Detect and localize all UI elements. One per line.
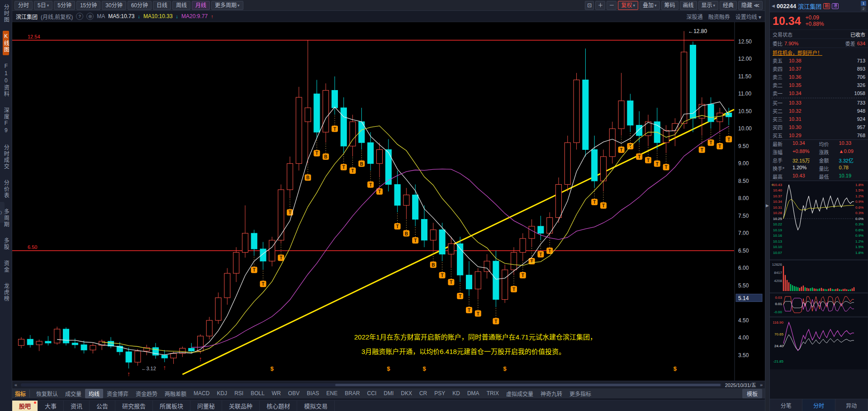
ask-row-2[interactable]: 卖二10.35326 [770, 81, 868, 89]
ask-row-5[interactable]: 卖五10.38713 [770, 57, 868, 65]
bid-row-5[interactable]: 买五10.29768 [770, 131, 868, 139]
tab-related[interactable]: 关联品种 [222, 401, 260, 411]
tab-core-themes[interactable]: 核心题材 [260, 401, 297, 411]
tab-events[interactable]: 大事 [38, 401, 64, 411]
scroll-thumb[interactable] [335, 384, 721, 386]
indicator-trix[interactable]: TRIX [483, 389, 503, 397]
tab-sim-trading[interactable]: 模拟交易 [297, 401, 335, 411]
shenzhen-connect-link[interactable]: 深股通 [687, 13, 703, 20]
oscillator-chart-1[interactable]: 0.030.01-0.00 [770, 293, 868, 317]
chips-button[interactable]: 筹码 [661, 1, 678, 10]
adjust-price-button[interactable]: 复权▾ [618, 1, 638, 10]
period-30min[interactable]: 30分钟 [102, 1, 126, 10]
bid-row-3[interactable]: 买三10.31924 [770, 115, 868, 123]
period-monthly[interactable]: 月线 [192, 1, 210, 10]
indicator-kdj[interactable]: KDJ [213, 389, 231, 397]
tab-research[interactable]: 研究报告 [115, 401, 153, 411]
indicator-dma[interactable]: DMA [464, 389, 483, 397]
margin-trading-link[interactable]: 融资融券 [708, 13, 730, 20]
indicator-reset[interactable]: 恢复默认 [33, 389, 62, 398]
bid-row-1[interactable]: 买一10.33733 [770, 99, 868, 107]
intraday-mini-chart[interactable]: 10.431.8%10.401.5%10.371.2%10.340.9%10.3… [770, 181, 868, 260]
tab-ask-secretary[interactable]: 问董秘 [190, 401, 222, 411]
intraday-volume-chart[interactable]: 1262684174208 [770, 260, 868, 293]
sidebar-item-f10[interactable]: F10资料 [3, 61, 9, 100]
ma-settings-link[interactable]: 设置均线 ▾ [735, 13, 761, 20]
indicator-volume[interactable]: 成交量 [62, 389, 85, 398]
bid-row-4[interactable]: 买四10.30957 [770, 123, 868, 131]
kline-canvas[interactable]: 12.5012.0011.5011.0010.5010.009.509.008.… [12, 22, 765, 381]
sidebar-item-tick-trades[interactable]: 分时成交 [3, 142, 9, 172]
zoom-out-icon[interactable]: － [607, 1, 617, 10]
indicator-psy[interactable]: PSY [431, 389, 449, 397]
period-daily[interactable]: 日线 [153, 1, 171, 10]
indicator-dkx[interactable]: DKX [397, 389, 416, 397]
indicator-boll[interactable]: BOLL [247, 389, 268, 397]
open-account-ad-link[interactable]: 抓住机会，即刻开户！ [770, 48, 868, 57]
scroll-track[interactable] [21, 383, 721, 387]
period-15min[interactable]: 15分钟 [76, 1, 100, 10]
indicator-rsi[interactable]: RSI [231, 389, 247, 397]
pager-1[interactable]: 1 [861, 1, 866, 6]
indicator-cci[interactable]: CCI [364, 389, 380, 397]
ask-row-3[interactable]: 卖三10.36706 [770, 73, 868, 81]
classic-button[interactable]: 经典 [720, 1, 737, 10]
panel-collapse-icon[interactable]: ◀ [772, 4, 775, 8]
indicator-virtual-volume[interactable]: 虚拟成交量 [503, 389, 537, 398]
tab-sectors[interactable]: 所属板块 [153, 401, 190, 411]
scroll-right-icon[interactable]: » [760, 382, 763, 387]
snapshot-icon[interactable]: ◎ [86, 13, 94, 20]
sidebar-item-kline[interactable]: K线图 [3, 31, 9, 55]
indicator-brar[interactable]: BRAR [341, 389, 363, 397]
sidebar-item-multi-stock[interactable]: 多股 [3, 235, 9, 253]
oscillator-chart-2[interactable]: 116.9070.6524.40-21.85 [770, 317, 868, 370]
sidebar-item-depth-f9[interactable]: 深度F9 [3, 105, 9, 137]
zoom-in-icon[interactable]: ＋ [595, 1, 605, 10]
period-5min[interactable]: 5分钟 [54, 1, 75, 10]
panel-tab-timeshare[interactable]: 分时 [802, 399, 835, 411]
panel-expand-toggle[interactable]: ▶ [765, 0, 769, 411]
panel-tab-movement[interactable]: 异动 [835, 399, 868, 411]
period-more[interactable]: 更多周期▾ [211, 1, 243, 10]
indicator-wr[interactable]: WR [268, 389, 285, 397]
indicator-obv[interactable]: OBV [285, 389, 303, 397]
ask-row-1[interactable]: 卖一10.341058 [770, 89, 868, 97]
overlay-button[interactable]: 叠加▾ [640, 1, 660, 10]
layout-grid-icon[interactable]: ⊡ [585, 1, 594, 10]
display-button[interactable]: 显示▾ [698, 1, 719, 10]
sidebar-expander-icon[interactable]: 〉 [0, 202, 5, 223]
indicator-fund-battle[interactable]: 资金博弈 [103, 389, 132, 398]
indicator-kd[interactable]: KD [449, 389, 464, 397]
sidebar-item-timeshare[interactable]: 分时图 [3, 2, 9, 25]
period-weekly[interactable]: 周线 [172, 1, 190, 10]
tab-guba[interactable]: 股吧 [12, 401, 38, 411]
period-5day[interactable]: 5日▾ [34, 1, 52, 10]
indicator-template-button[interactable]: 模板 [742, 389, 762, 398]
sidebar-item-dragon-tiger[interactable]: 龙虎榜 [3, 281, 9, 304]
period-timeshare[interactable]: 分时 [14, 1, 33, 10]
scroll-left-icon[interactable]: « [14, 382, 17, 387]
hide-button[interactable]: 隐藏 ≪ [738, 1, 763, 10]
indicator-cr[interactable]: CR [416, 389, 431, 397]
indicator-more[interactable]: 更多指标 [566, 389, 595, 398]
draw-line-button[interactable]: 画线 [680, 1, 697, 10]
indicator-bias[interactable]: BIAS [303, 389, 323, 397]
period-60min[interactable]: 60分钟 [128, 1, 152, 10]
indicator-macd[interactable]: MACD [190, 389, 213, 397]
bid-row-2[interactable]: 买二10.32948 [770, 107, 868, 115]
tab-news[interactable]: 资讯 [64, 401, 90, 411]
indicator-ma[interactable]: 均线 [85, 389, 103, 398]
kline-chart[interactable]: 12.5012.0011.5011.0010.5010.009.509.008.… [12, 22, 765, 381]
sidebar-item-funds[interactable]: 资金 [3, 258, 9, 275]
indicator-fund-trend[interactable]: 资金趋势 [132, 389, 161, 398]
indicator-magic-nine[interactable]: 神奇九转 [537, 389, 566, 398]
stock-name[interactable]: 滨江集团 [798, 2, 821, 10]
indicator-margin-diff[interactable]: 两融差额 [161, 389, 190, 398]
ask-row-4[interactable]: 卖四10.37893 [770, 65, 868, 73]
pager-2[interactable]: 2 [861, 6, 866, 11]
help-icon[interactable]: ? [76, 13, 83, 20]
panel-tab-tick[interactable]: 分笔 [770, 399, 802, 411]
sidebar-item-price-table[interactable]: 分价表 [3, 177, 9, 201]
indicator-dmi[interactable]: DMI [380, 389, 397, 397]
tab-announcements[interactable]: 公告 [90, 401, 115, 411]
